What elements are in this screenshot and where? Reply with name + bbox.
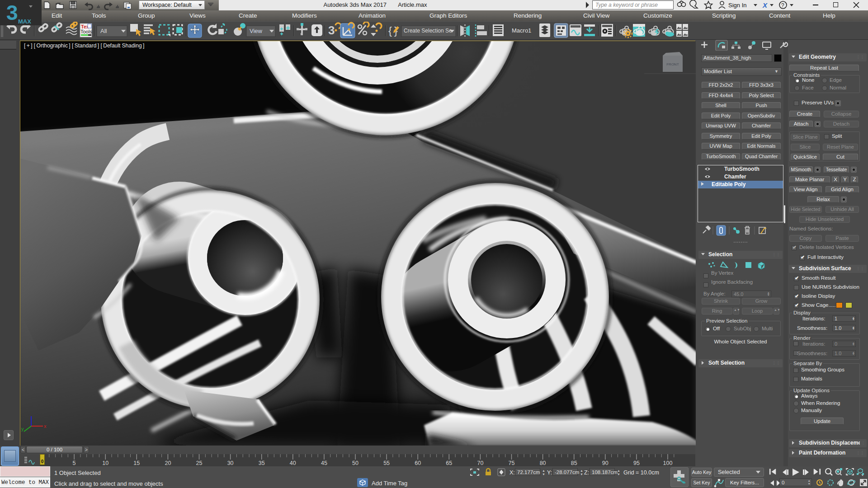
svg-text:X: X	[762, 1, 768, 9]
svg-text:15: 15	[133, 460, 140, 466]
svg-text:All: All	[100, 28, 107, 34]
svg-text:3: 3	[6, 1, 18, 24]
svg-text:25: 25	[196, 460, 203, 466]
svg-text:40: 40	[290, 460, 296, 466]
svg-text:65: 65	[446, 460, 452, 466]
svg-text:5: 5	[73, 460, 76, 466]
svg-text:20: 20	[165, 460, 171, 466]
svg-text:55: 55	[383, 460, 390, 466]
svg-text:45: 45	[321, 460, 327, 466]
svg-text:85: 85	[571, 460, 577, 466]
svg-text:Create Selection Se: Create Selection Se	[404, 28, 452, 34]
svg-text:50: 50	[352, 460, 359, 466]
svg-text:Macro1: Macro1	[512, 27, 531, 34]
svg-text:30: 30	[227, 460, 234, 466]
svg-text:70: 70	[477, 460, 483, 466]
svg-text:10: 10	[102, 460, 108, 466]
svg-text:3: 3	[328, 23, 335, 37]
svg-text:80: 80	[540, 460, 546, 466]
svg-text:90: 90	[602, 460, 609, 466]
svg-text:35: 35	[259, 460, 265, 466]
svg-text:Sign In: Sign In	[728, 2, 746, 9]
svg-text:Tools: Tools	[80, 29, 92, 34]
svg-text:95: 95	[633, 460, 640, 466]
svg-text:View: View	[250, 28, 263, 34]
svg-text:100: 100	[663, 460, 673, 466]
svg-text:60: 60	[415, 460, 421, 466]
svg-text:?: ?	[781, 2, 784, 9]
svg-text:x: x	[44, 423, 47, 429]
svg-text:MAX: MAX	[18, 18, 31, 25]
svg-text:FRONT: FRONT	[666, 62, 679, 66]
svg-text:y: y	[21, 426, 24, 432]
svg-text:75: 75	[509, 460, 515, 466]
